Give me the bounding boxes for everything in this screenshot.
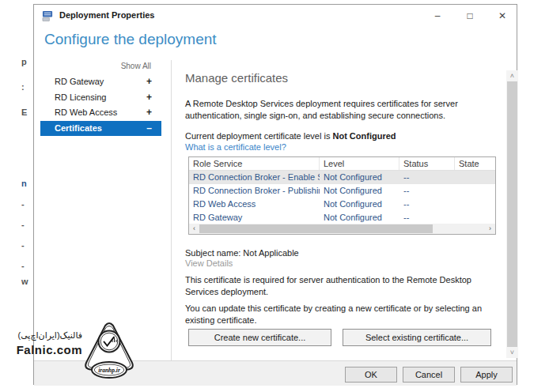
cell-state <box>455 171 495 184</box>
clipped-background-text: p <box>21 57 33 66</box>
column-header-level[interactable]: Level <box>320 157 399 170</box>
scroll-up-icon[interactable]: ˄ <box>506 70 518 81</box>
sidebar-item-label: Certificates <box>55 123 102 133</box>
sidebar-item-rd-licensing[interactable]: RD Licensing + <box>40 90 161 106</box>
cell-role-service: RD Connection Broker - Enable Sing <box>189 171 320 184</box>
watermark-domain-text: Falnic.com <box>17 343 82 356</box>
clipped-background-text: w <box>21 277 33 286</box>
cell-role-service: RD Web Access <box>189 198 320 211</box>
vertical-scrollbar[interactable]: ˄ ˅ <box>506 70 518 358</box>
certificate-level-line: Current deployment certificate level is … <box>185 130 502 142</box>
cell-status: -- <box>399 184 455 198</box>
screenshot-canvas: p : E n - - - - w Deployment Properties … <box>0 0 549 392</box>
expand-icon: + <box>146 90 152 106</box>
column-header-state[interactable]: State <box>455 157 495 170</box>
cell-state <box>455 211 495 224</box>
cell-status: -- <box>399 171 455 184</box>
table-body: RD Connection Broker - Enable Sing Not C… <box>189 171 495 224</box>
certificate-update-text: You can update this certificate by creat… <box>185 303 502 326</box>
sidebar-item-rd-gateway[interactable]: RD Gateway + <box>40 74 161 90</box>
ok-button[interactable]: OK <box>345 367 397 383</box>
table-header-row: Role Service Level Status State <box>189 157 495 171</box>
table-row[interactable]: RD Connection Broker - Enable Sing Not C… <box>189 171 495 184</box>
cancel-button[interactable]: Cancel <box>403 367 455 383</box>
sidebar-item-label: RD Licensing <box>55 92 106 102</box>
scroll-down-icon[interactable]: ˅ <box>506 347 518 358</box>
vertical-scrollbar-thumb[interactable] <box>507 81 517 347</box>
level-value: Not Configured <box>332 131 396 141</box>
intro-text: A Remote Desktop Services deployment req… <box>185 98 502 122</box>
cell-level: Not Configured <box>320 198 399 211</box>
clipped-background-text: - <box>21 240 33 250</box>
sidebar: Show All RD Gateway + RD Licensing + RD … <box>40 62 161 136</box>
sidebar-item-rd-web-access[interactable]: RD Web Access + <box>40 105 161 121</box>
clipped-background-text: - <box>21 261 33 270</box>
level-prefix: Current deployment certificate level is <box>185 131 332 141</box>
certificate-required-text: This certificate is required for server … <box>185 274 502 298</box>
clipped-background-text: - <box>21 220 33 229</box>
cell-role-service: RD Gateway <box>189 211 320 224</box>
watermark-persian-text: فالنیک(ایران‌اچ‌پی) <box>18 330 82 341</box>
table-row[interactable]: RD Web Access Not Configured -- <box>189 198 495 211</box>
clipped-background-text: - <box>21 199 33 209</box>
cell-state <box>455 198 495 211</box>
subject-name-text: Subject name: Not Applicable <box>185 247 502 259</box>
cell-state <box>455 184 495 198</box>
column-header-status[interactable]: Status <box>399 157 455 170</box>
sidebar-item-label: RD Gateway <box>55 77 104 86</box>
sidebar-item-label: RD Web Access <box>55 107 117 117</box>
cell-status: -- <box>399 211 455 224</box>
clipped-background-text: n <box>21 179 33 188</box>
title-bar[interactable]: Deployment Properties – □ ✕ <box>34 5 517 27</box>
create-new-certificate-button[interactable]: Create new certificate... <box>188 329 331 346</box>
clipped-background-text: E <box>21 107 33 117</box>
table-row[interactable]: RD Gateway Not Configured -- <box>189 211 495 224</box>
sidebar-item-certificates[interactable]: Certificates – <box>40 121 161 137</box>
table-row[interactable]: RD Connection Broker - Publishing Not Co… <box>189 184 495 198</box>
maximize-button[interactable]: □ <box>459 5 481 27</box>
column-header-role-service[interactable]: Role Service <box>189 157 320 170</box>
cell-status: -- <box>399 198 455 211</box>
close-button[interactable]: ✕ <box>491 5 513 27</box>
horizontal-scrollbar-thumb[interactable] <box>199 224 433 233</box>
deployment-icon <box>42 10 54 22</box>
cell-level: Not Configured <box>320 171 399 184</box>
view-details-link[interactable]: View Details <box>185 258 233 268</box>
iranhp-logo: iranhp.ir <box>82 319 136 383</box>
cell-level: Not Configured <box>320 211 399 224</box>
scroll-left-icon[interactable]: ‹ <box>189 224 199 234</box>
collapse-icon: – <box>146 121 152 137</box>
cell-level: Not Configured <box>320 184 399 198</box>
horizontal-scrollbar[interactable]: ‹ › <box>189 224 495 234</box>
sidebar-divider <box>171 60 172 360</box>
cell-role-service: RD Connection Broker - Publishing <box>189 184 320 198</box>
expand-icon: + <box>146 74 152 90</box>
apply-button[interactable]: Apply <box>460 367 513 383</box>
certificates-table: Role Service Level Status State RD Conne… <box>188 156 496 235</box>
show-all-link[interactable]: Show All <box>40 62 161 70</box>
clipped-background-text: : <box>21 82 33 92</box>
svg-text:iranhp.ir: iranhp.ir <box>98 367 120 374</box>
section-title: Manage certificates <box>185 71 288 85</box>
certificate-level-help-link[interactable]: What is a certificate level? <box>185 142 286 152</box>
window-title: Deployment Properties <box>59 10 154 20</box>
falnic-watermark: فالنیک(ایران‌اچ‌پی) Falnic.com iranhp.ir <box>0 318 142 384</box>
page-title: Configure the deployment <box>44 31 217 48</box>
select-existing-certificate-button[interactable]: Select existing certificate... <box>343 329 491 346</box>
minimize-button[interactable]: – <box>426 5 449 27</box>
expand-icon: + <box>146 105 152 121</box>
scroll-right-icon[interactable]: › <box>485 224 495 234</box>
